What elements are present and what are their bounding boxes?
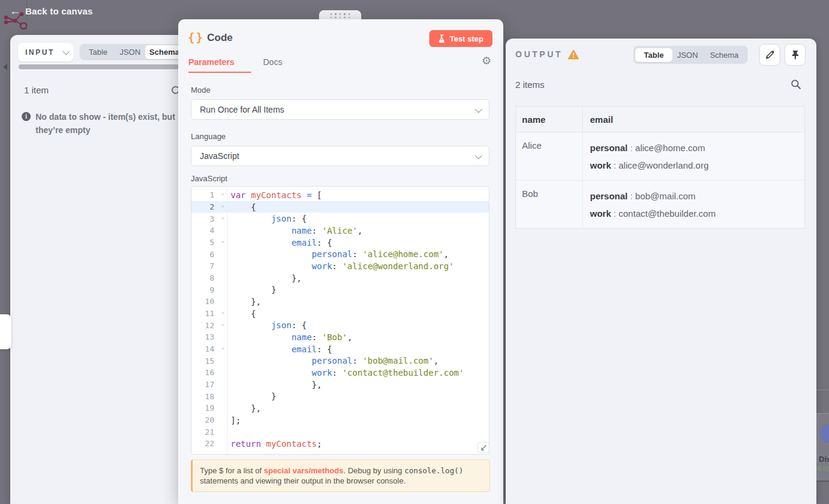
code-text: { (228, 309, 256, 319)
code-line[interactable]: 21 (191, 426, 489, 438)
code-editor[interactable]: 1⌄var myContacts = [2⌄ {3⌄ json: {4 name… (191, 186, 489, 455)
flask-icon (438, 34, 446, 43)
line-number: 15 (191, 356, 228, 366)
line-number: 17 (191, 380, 228, 389)
email-entry: work : contact@thebuilder.com (590, 205, 804, 222)
code-text: personal: 'bob@mail.com', (228, 356, 439, 366)
test-step-button[interactable]: Test step (429, 30, 492, 47)
panel-collapse-handle[interactable] (0, 314, 11, 349)
line-number: 21 (191, 428, 228, 437)
input-empty-message: No data to show - item(s) exist, but the… (36, 111, 185, 137)
code-line[interactable]: 20]; (191, 414, 489, 426)
code-line[interactable]: 17 }, (191, 379, 489, 391)
special-vars-link[interactable]: special vars/methods (264, 466, 343, 475)
fold-chevron-icon[interactable]: ⌄ (222, 308, 225, 314)
code-line[interactable]: 3⌄ json: { (191, 213, 489, 225)
search-icon[interactable] (790, 79, 801, 90)
resize-arrow-icon (480, 444, 487, 451)
test-step-label: Test step (450, 34, 483, 43)
code-text: json: { (228, 214, 306, 223)
input-view-tabs: Table JSON Schema (79, 44, 185, 60)
code-line[interactable]: 11⌄ { (191, 308, 489, 320)
back-to-canvas-button[interactable]: ← Back to canvas (10, 5, 93, 17)
code-line[interactable]: 19 }, (191, 402, 489, 414)
output-tab-json[interactable]: JSON (672, 48, 703, 62)
code-text: json: { (228, 320, 306, 330)
scroll-left-arrow[interactable] (3, 64, 7, 70)
code-line[interactable]: 12⌄ json: { (191, 319, 489, 331)
code-text: name: 'Alice', (228, 226, 362, 235)
code-line[interactable]: 15 personal: 'bob@mail.com', (191, 355, 489, 367)
cell-email: personal : alice@home.comwork : alice@wo… (583, 132, 804, 180)
tab-parameters[interactable]: Parameters (188, 57, 234, 67)
line-number: 12⌄ (191, 321, 228, 330)
email-entry: personal : alice@home.com (590, 139, 804, 157)
editor-resize-handle[interactable] (477, 442, 489, 453)
line-number: 14⌄ (191, 344, 228, 353)
language-field-label: Language (191, 132, 226, 141)
line-number: 20 (191, 415, 228, 425)
code-text: personal: 'alice@home.com', (228, 249, 449, 259)
input-tab-table[interactable]: Table (81, 45, 115, 59)
code-editor-label: JavaScript (191, 174, 228, 183)
code-line[interactable]: 6 personal: 'alice@home.com', (191, 248, 489, 260)
tab-docs[interactable]: Docs (263, 57, 282, 67)
fold-chevron-icon[interactable]: ⌄ (222, 190, 225, 196)
fold-chevron-icon[interactable]: ⌄ (222, 214, 225, 220)
code-line[interactable]: 5⌄ email: { (191, 237, 489, 249)
code-line[interactable]: 4 name: 'Alice', (191, 225, 489, 237)
code-text: { (228, 202, 256, 212)
node-settings-gear-icon[interactable]: ⚙ (482, 55, 491, 66)
output-title: OUTPUT (515, 49, 563, 59)
code-text: work: 'contact@thebuilder.com' (228, 368, 464, 378)
gutter-separator (227, 187, 228, 454)
code-text: }, (228, 380, 322, 390)
code-line[interactable]: 16 work: 'contact@thebuilder.com' (191, 367, 489, 379)
code-line[interactable]: 10 }, (191, 296, 489, 308)
line-number: 5⌄ (191, 238, 228, 247)
code-line[interactable]: 7 work: 'alice@wonderland.org' (191, 260, 489, 272)
code-line[interactable]: 1⌄var myContacts = [ (191, 189, 489, 201)
line-number: 1⌄ (191, 190, 228, 199)
mode-select-value: Run Once for All Items (200, 105, 284, 114)
input-source-selector[interactable]: INPUT (18, 43, 73, 61)
code-text: email: { (228, 344, 332, 354)
fold-chevron-icon[interactable]: ⌄ (222, 202, 225, 208)
line-number: 16 (191, 368, 228, 377)
code-line[interactable]: 2⌄ { (191, 201, 489, 213)
input-empty-notice: i No data to show - item(s) exist, but t… (22, 111, 185, 137)
code-text: var myContacts = [ (228, 190, 322, 200)
edit-output-button[interactable] (759, 44, 780, 66)
code-line[interactable]: 9 } (191, 284, 489, 296)
output-tab-table[interactable]: Table (635, 48, 672, 62)
mode-select[interactable]: Run Once for All Items (191, 99, 489, 120)
output-tab-schema[interactable]: Schema (703, 48, 746, 62)
code-line[interactable]: 14⌄ email: { (191, 343, 489, 355)
pencil-icon (765, 50, 775, 60)
code-line[interactable]: 18 } (191, 390, 489, 402)
line-number: 6 (191, 250, 228, 259)
code-line[interactable]: 8 }, (191, 272, 489, 284)
email-entry: work : alice@wonderland.org (590, 157, 804, 174)
back-arrow-icon: ← (10, 5, 20, 17)
cell-name: Bob (516, 181, 583, 228)
language-select[interactable]: JavaScript (191, 146, 489, 166)
fold-chevron-icon[interactable]: ⌄ (222, 320, 225, 326)
code-text: work: 'alice@wonderland.org' (228, 261, 454, 271)
warning-icon (568, 49, 579, 60)
code-line[interactable]: 13 name: 'Bob', (191, 331, 489, 343)
input-items-count: 1 item (24, 85, 49, 95)
fold-chevron-icon[interactable]: ⌄ (222, 237, 225, 243)
console-log-code: console.log() (405, 466, 464, 475)
fold-chevron-icon[interactable]: ⌄ (222, 344, 225, 350)
column-header-name: name (516, 107, 583, 132)
language-select-value: JavaScript (200, 151, 239, 161)
active-tab-underline (188, 72, 251, 73)
input-tab-json[interactable]: JSON (115, 45, 145, 59)
line-number: 11⌄ (191, 309, 228, 318)
output-table: name email Alicepersonal : alice@home.co… (515, 106, 805, 229)
pin-data-button[interactable] (784, 44, 806, 66)
hint-text: Type $ for a list of (200, 466, 264, 475)
code-line[interactable]: 22return myContacts; (191, 438, 489, 450)
mode-field-label: Mode (191, 86, 211, 95)
